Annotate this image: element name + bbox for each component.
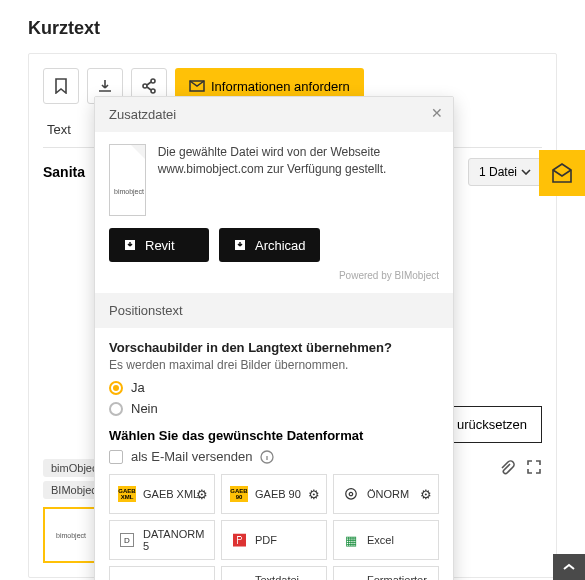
- info-icon[interactable]: [260, 450, 274, 464]
- modal-section-position: Positionstext: [95, 293, 453, 328]
- datanorm-icon: D: [118, 532, 136, 548]
- expand-icon[interactable]: [526, 459, 542, 475]
- revit-button[interactable]: Revit: [109, 228, 209, 262]
- preview-question-sub: Es werden maximal drei Bilder übernommen…: [109, 358, 439, 372]
- radio-circle-icon: [109, 402, 123, 416]
- chevron-down-icon: [521, 169, 531, 175]
- download-icon: [97, 78, 113, 94]
- gear-icon[interactable]: ⚙: [196, 487, 208, 502]
- tab-text[interactable]: Text: [43, 114, 75, 147]
- format-pdf[interactable]: 🅿PDF: [221, 520, 327, 560]
- share-icon: [141, 78, 157, 94]
- reset-button[interactable]: urücksetzen: [442, 406, 542, 443]
- format-grid: GAEBXMLGAEB XML⚙ GAEB90GAEB 90⚙ ⦾ÖNORM⚙ …: [109, 474, 439, 580]
- page-title: Kurztext: [28, 18, 557, 39]
- request-info-label: Informationen anfordern: [211, 79, 350, 94]
- thumbnail[interactable]: bimobject: [43, 507, 99, 563]
- item-title: Sanita: [43, 164, 85, 180]
- email-checkbox-row[interactable]: als E-Mail versenden: [109, 449, 439, 464]
- modal-section-zusatz: Zusatzdatei ✕: [95, 97, 453, 132]
- format-txt[interactable]: ≣Textdatei (.txt): [221, 566, 327, 580]
- excel-icon: ▦: [342, 532, 360, 548]
- gaeb90-icon: GAEB90: [230, 486, 248, 502]
- format-gaebxml[interactable]: GAEBXMLGAEB XML⚙: [109, 474, 215, 514]
- file-count-button[interactable]: 1 Datei: [468, 158, 542, 186]
- preview-question: Vorschaubilder in den Langtext übernehme…: [109, 340, 439, 355]
- gear-icon[interactable]: ⚙: [420, 487, 432, 502]
- gear-icon[interactable]: ⚙: [308, 487, 320, 502]
- format-word[interactable]: ▦Word: [109, 566, 215, 580]
- scroll-top-button[interactable]: [553, 554, 585, 580]
- radio-no[interactable]: Nein: [109, 401, 439, 416]
- attachment-icon[interactable]: [498, 459, 516, 477]
- file-thumbnail: bimobject: [109, 144, 146, 216]
- format-title: Wählen Sie das gewünschte Datenformat: [109, 428, 439, 443]
- powered-by: Powered by BIMobject: [109, 270, 439, 281]
- mail-icon: [189, 80, 205, 92]
- archicad-button[interactable]: Archicad: [219, 228, 320, 262]
- file-count-label: 1 Datei: [479, 165, 517, 179]
- format-gaeb90[interactable]: GAEB90GAEB 90⚙: [221, 474, 327, 514]
- download-icon: [123, 238, 137, 252]
- format-datanorm[interactable]: DDATANORM 5: [109, 520, 215, 560]
- onorm-icon: ⦾: [342, 486, 360, 502]
- mail-open-icon: [550, 162, 574, 184]
- format-excel[interactable]: ▦Excel: [333, 520, 439, 560]
- svg-point-0: [151, 79, 155, 83]
- radio-yes[interactable]: Ja: [109, 380, 439, 395]
- svg-point-1: [143, 84, 147, 88]
- pdf-icon: 🅿: [230, 532, 248, 548]
- side-mail-button[interactable]: [539, 150, 585, 196]
- radio-circle-icon: [109, 381, 123, 395]
- format-onorm[interactable]: ⦾ÖNORM⚙: [333, 474, 439, 514]
- chevron-up-icon: [563, 563, 575, 571]
- modal-close-button[interactable]: ✕: [431, 105, 443, 121]
- gaebxml-icon: GAEBXML: [118, 486, 136, 502]
- format-rtf[interactable]: ≣Formatierter Text (.rtf): [333, 566, 439, 580]
- bookmark-button[interactable]: [43, 68, 79, 104]
- svg-point-2: [151, 89, 155, 93]
- bookmark-icon: [54, 78, 68, 94]
- file-info-text: Die gewählte Datei wird von der Webseite…: [158, 144, 439, 179]
- download-icon: [233, 238, 247, 252]
- checkbox-icon: [109, 450, 123, 464]
- download-modal: Zusatzdatei ✕ bimobject Die gewählte Dat…: [94, 96, 454, 580]
